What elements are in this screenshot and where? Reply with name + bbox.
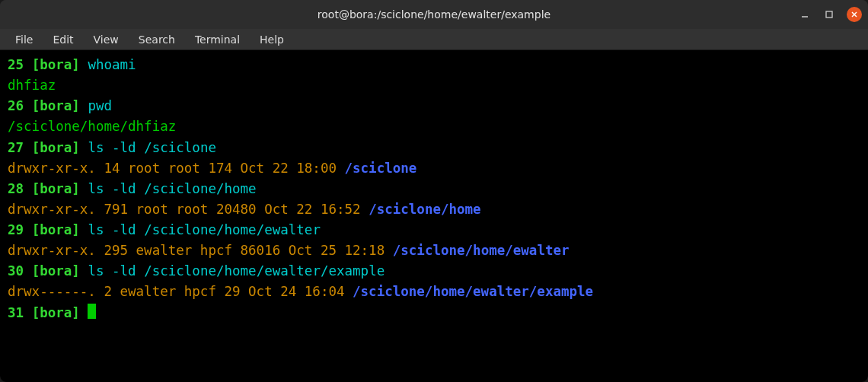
command-text: whoami bbox=[88, 57, 136, 72]
terminal-line: 26 [bora] pwd bbox=[8, 96, 860, 116]
command-text: ls -ld /sciclone/home bbox=[88, 181, 256, 196]
prompt-number: 30 bbox=[8, 263, 24, 279]
prompt-number: 28 bbox=[8, 181, 24, 196]
close-button[interactable] bbox=[847, 7, 862, 22]
prompt-number: 25 bbox=[8, 57, 24, 72]
terminal-line: 27 [bora] ls -ld /sciclone bbox=[8, 138, 860, 158]
menu-file[interactable]: File bbox=[8, 32, 40, 47]
command-text: ls -ld /sciclone/home/ewalter/example bbox=[88, 263, 385, 279]
output-text: /sciclone/home/dhfiaz bbox=[8, 119, 176, 134]
command-text: ls -ld /sciclone/home/ewalter bbox=[88, 222, 321, 237]
window-controls bbox=[798, 7, 862, 22]
command-text: ls -ld /sciclone bbox=[88, 140, 216, 155]
prompt-number: 27 bbox=[8, 140, 24, 155]
terminal-line: drwxr-xr-x. 295 ewalter hpcf 86016 Oct 2… bbox=[8, 240, 860, 261]
prompt-host: [bora] bbox=[32, 140, 80, 155]
ls-attributes: drwxr-xr-x. 14 root root 174 Oct 22 18:0… bbox=[8, 161, 345, 176]
terminal-body[interactable]: 25 [bora] whoamidhfiaz26 [bora] pwd/scic… bbox=[0, 50, 868, 382]
prompt-host: [bora] bbox=[32, 98, 80, 113]
ls-attributes: drwxr-xr-x. 295 ewalter hpcf 86016 Oct 2… bbox=[8, 243, 393, 258]
terminal-line: drwxr-xr-x. 14 root root 174 Oct 22 18:0… bbox=[8, 158, 860, 179]
ls-attributes: drwx------. 2 ewalter hpcf 29 Oct 24 16:… bbox=[8, 284, 353, 299]
terminal-line: 30 [bora] ls -ld /sciclone/home/ewalter/… bbox=[8, 261, 860, 282]
prompt-host: [bora] bbox=[32, 222, 80, 237]
terminal-window: root@bora:/sciclone/home/ewalter/example… bbox=[0, 0, 868, 382]
close-icon bbox=[850, 11, 858, 18]
cursor bbox=[88, 304, 96, 319]
maximize-icon bbox=[825, 10, 834, 19]
terminal-line: dhfiaz bbox=[8, 75, 860, 96]
menu-search[interactable]: Search bbox=[131, 32, 183, 47]
menubar: File Edit View Search Terminal Help bbox=[0, 29, 868, 50]
prompt-host: [bora] bbox=[32, 181, 80, 196]
prompt-host: [bora] bbox=[32, 263, 80, 279]
minimize-icon bbox=[800, 10, 809, 19]
maximize-button[interactable] bbox=[822, 8, 836, 21]
titlebar: root@bora:/sciclone/home/ewalter/example bbox=[0, 0, 868, 29]
terminal-line: /sciclone/home/dhfiaz bbox=[8, 116, 860, 137]
prompt-number: 29 bbox=[8, 222, 24, 237]
menu-edit[interactable]: Edit bbox=[45, 32, 81, 47]
ls-path: /sciclone/home/ewalter bbox=[393, 243, 570, 258]
menu-terminal[interactable]: Terminal bbox=[187, 32, 247, 47]
prompt-host: [bora] bbox=[32, 57, 80, 72]
window-title: root@bora:/sciclone/home/ewalter/example bbox=[318, 8, 550, 21]
output-text: dhfiaz bbox=[8, 78, 56, 93]
ls-attributes: drwxr-xr-x. 791 root root 20480 Oct 22 1… bbox=[8, 202, 369, 217]
prompt-number: 31 bbox=[8, 305, 24, 320]
terminal-line: drwx------. 2 ewalter hpcf 29 Oct 24 16:… bbox=[8, 282, 860, 302]
command-text: pwd bbox=[88, 98, 112, 113]
terminal-line: 28 [bora] ls -ld /sciclone/home bbox=[8, 179, 860, 199]
menu-view[interactable]: View bbox=[86, 32, 126, 47]
svg-rect-1 bbox=[826, 11, 832, 18]
ls-path: /sciclone/home bbox=[369, 202, 481, 217]
terminal-line: drwxr-xr-x. 791 root root 20480 Oct 22 1… bbox=[8, 199, 860, 220]
terminal-line: 25 [bora] whoami bbox=[8, 55, 860, 75]
minimize-button[interactable] bbox=[798, 8, 812, 21]
prompt-number: 26 bbox=[8, 98, 24, 113]
menu-help[interactable]: Help bbox=[252, 32, 292, 47]
prompt-host: [bora] bbox=[32, 305, 80, 320]
ls-path: /sciclone bbox=[345, 161, 417, 176]
terminal-line: 31 [bora] bbox=[8, 303, 860, 323]
terminal-line: 29 [bora] ls -ld /sciclone/home/ewalter bbox=[8, 220, 860, 240]
ls-path: /sciclone/home/ewalter/example bbox=[353, 284, 593, 299]
